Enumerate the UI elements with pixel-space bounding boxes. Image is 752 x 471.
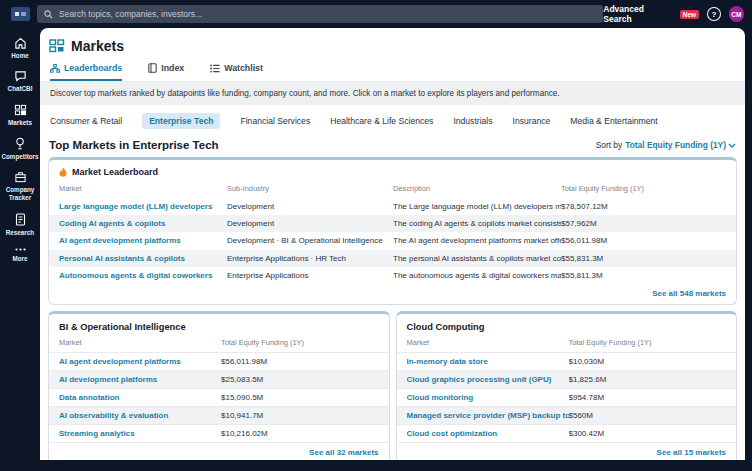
- advanced-search-link[interactable]: Advanced Search: [603, 4, 671, 24]
- flame-icon: [59, 167, 67, 177]
- list-item: Cloud monitoring $954.78M: [397, 388, 737, 406]
- category-media-entertainment[interactable]: Media & Entertainment: [570, 116, 657, 126]
- sidebar-item-more[interactable]: More: [0, 247, 40, 263]
- table-row: Personal AI assistants & copilots Enterp…: [49, 250, 736, 267]
- card-title: Cloud Computing: [397, 314, 737, 338]
- search-icon: [44, 10, 53, 19]
- research-icon: [15, 213, 26, 226]
- tab-leaderboards[interactable]: Leaderboards: [50, 63, 122, 81]
- watchlist-icon: [210, 64, 220, 73]
- funding-value: $55,811.3M: [561, 271, 736, 280]
- sidebar-label: Home: [11, 52, 29, 60]
- page-title: Markets: [71, 38, 124, 54]
- sort-by-control: Sort by Total Equity Funding (1Y): [596, 140, 736, 150]
- tab-label: Watchlist: [224, 63, 263, 73]
- funding-value: $560M: [569, 411, 737, 420]
- market-link[interactable]: Coding AI agents & copilots: [59, 219, 227, 228]
- company-tracker-icon: [14, 171, 27, 183]
- app-logo[interactable]: [11, 7, 30, 21]
- tab-label: Index: [161, 63, 184, 73]
- market-link[interactable]: AI observability & evaluation: [59, 411, 221, 420]
- market-link[interactable]: Managed service provider (MSP) backup to…: [407, 411, 569, 420]
- category-industrials[interactable]: Industrials: [453, 116, 492, 126]
- market-link[interactable]: AI agent development platforms: [59, 357, 221, 366]
- competitors-icon: [14, 137, 26, 150]
- bi-operational-intelligence-card: BI & Operational Intelligence Market Tot…: [48, 311, 390, 460]
- list-item: Managed service provider (MSP) backup to…: [397, 406, 737, 424]
- funding-value: $15,090.5M: [221, 393, 389, 402]
- more-icon: [14, 247, 27, 252]
- market-link[interactable]: Data annotation: [59, 393, 221, 402]
- bottom-strip: [0, 460, 752, 471]
- market-link[interactable]: In-memory data store: [407, 357, 569, 366]
- global-search[interactable]: [37, 5, 603, 23]
- description-value: The coding AI agents & copilots market c…: [393, 219, 561, 228]
- funding-value: $10,941.7M: [221, 411, 389, 420]
- market-leaderboard-card: Market Leaderboard Market Sub-Industry D…: [48, 157, 737, 305]
- cloud-computing-card: Cloud Computing Market Total Equity Fund…: [396, 311, 738, 460]
- search-input[interactable]: [59, 9, 596, 19]
- col-market: Market: [59, 338, 221, 347]
- sidebar-item-company-tracker[interactable]: Company Tracker: [0, 171, 40, 202]
- sidebar-item-research[interactable]: Research: [0, 213, 40, 237]
- col-funding: Total Equity Funding (1Y): [221, 338, 389, 347]
- sidebar-item-competitors[interactable]: Competitors: [0, 137, 40, 161]
- avatar[interactable]: CM: [729, 6, 744, 22]
- tab-label: Leaderboards: [64, 63, 122, 73]
- market-link[interactable]: Cloud cost optimization: [407, 429, 569, 438]
- funding-value: $56,011.98M: [561, 236, 736, 245]
- sub-industry-value: Development: [227, 219, 393, 228]
- funding-value: $56,011.98M: [221, 357, 389, 366]
- category-insurance[interactable]: Insurance: [513, 116, 551, 126]
- market-link[interactable]: Cloud graphics processing unit (GPU): [407, 375, 569, 384]
- category-enterprise-tech[interactable]: Enterprise Tech: [142, 113, 220, 129]
- sidebar-item-markets[interactable]: Markets: [0, 104, 40, 127]
- table-row: AI agent development platforms Developme…: [49, 232, 736, 249]
- section-title: Top Markets in Enterprise Tech: [49, 139, 219, 151]
- market-link[interactable]: AI agent development platforms: [59, 236, 227, 245]
- tab-watchlist[interactable]: Watchlist: [210, 63, 263, 81]
- table-row: Coding AI agents & copilots Development …: [49, 215, 736, 232]
- col-market: Market: [407, 338, 569, 347]
- col-funding: Total Equity Funding (1Y): [569, 338, 737, 347]
- list-item: AI observability & evaluation $10,941.7M: [49, 406, 389, 424]
- funding-value: $25,083.5M: [221, 375, 389, 384]
- sidebar: Home ChatCBI Markets Competitors Company…: [0, 28, 40, 471]
- see-all-markets-link[interactable]: See all 15 markets: [397, 442, 737, 460]
- market-link[interactable]: Personal AI assistants & copilots: [59, 254, 227, 263]
- see-all-markets-link[interactable]: See all 548 markets: [49, 284, 736, 304]
- sidebar-item-chatcbi[interactable]: ChatCBI: [0, 70, 40, 93]
- market-link[interactable]: Large language model (LLM) developers: [59, 202, 227, 211]
- market-link[interactable]: Autonomous agents & digital coworkers: [59, 271, 227, 280]
- col-description: Description: [393, 184, 561, 193]
- tab-index[interactable]: Index: [148, 63, 184, 81]
- category-financial-services[interactable]: Financial Services: [240, 116, 310, 126]
- card-column-headers: Market Total Equity Funding (1Y): [397, 338, 737, 352]
- sub-industry-value: Development · BI & Operational Intellige…: [227, 236, 393, 245]
- funding-value: $954.78M: [569, 393, 737, 402]
- list-item: Streaming analytics $10,216.02M: [49, 424, 389, 442]
- market-link[interactable]: Streaming analytics: [59, 429, 221, 438]
- main-panel: Markets Leaderboards Index Watchlist Dis…: [40, 28, 745, 460]
- sort-by-dropdown[interactable]: Total Equity Funding (1Y): [625, 140, 736, 150]
- chevron-down-icon: [728, 143, 736, 148]
- description-value: The Large language model (LLM) developer…: [393, 202, 561, 211]
- category-healthcare[interactable]: Healthcare & Life Sciences: [330, 116, 433, 126]
- list-item: AI agent development platforms $56,011.9…: [49, 352, 389, 370]
- markets-page-icon: [49, 39, 65, 53]
- sidebar-item-home[interactable]: Home: [0, 37, 40, 60]
- help-icon[interactable]: ?: [707, 7, 721, 21]
- description-value: The AI agent development platforms marke…: [393, 236, 561, 245]
- description-value: The autonomous agents & digital coworker…: [393, 271, 561, 280]
- category-consumer-retail[interactable]: Consumer & Retail: [50, 116, 122, 126]
- description-value: The personal AI assistants & copilots ma…: [393, 254, 561, 263]
- leaderboard-title: Market Leaderboard: [72, 167, 158, 177]
- market-link[interactable]: Cloud monitoring: [407, 393, 569, 402]
- list-item: AI development platforms $25,083.5M: [49, 370, 389, 388]
- funding-value: $300.42M: [569, 429, 737, 438]
- sidebar-label: Competitors: [1, 153, 38, 161]
- market-link[interactable]: AI development platforms: [59, 375, 221, 384]
- sidebar-label: More: [12, 255, 27, 263]
- see-all-markets-link[interactable]: See all 32 markets: [49, 442, 389, 460]
- sort-by-value: Total Equity Funding (1Y): [625, 140, 726, 150]
